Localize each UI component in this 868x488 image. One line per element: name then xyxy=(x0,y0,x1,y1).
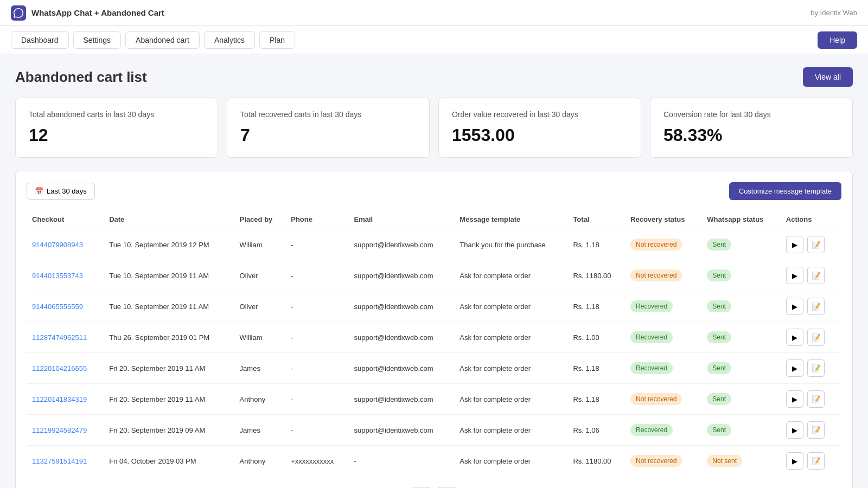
cell-date: Tue 10. September 2019 11 AM xyxy=(104,291,234,322)
whatsapp-status-badge: Sent xyxy=(707,269,731,281)
col-checkout: Checkout xyxy=(27,210,104,229)
nav-dashboard[interactable]: Dashboard xyxy=(11,31,69,49)
cell-checkout: 9144065556559 xyxy=(27,291,104,322)
cell-message-template: Ask for complete order xyxy=(454,260,567,291)
cell-date: Fri 20. September 2019 09 AM xyxy=(104,415,234,446)
cell-email: support@identixweb.com xyxy=(348,291,454,322)
cell-actions: ▶ 📝 xyxy=(781,322,841,353)
checkout-link[interactable]: 11327591514191 xyxy=(32,457,87,465)
cell-placed-by: William xyxy=(234,322,286,353)
checkout-link[interactable]: 9144079908943 xyxy=(32,241,83,249)
whatsapp-status-badge: Sent xyxy=(707,362,731,374)
cell-checkout: 11287474962511 xyxy=(27,322,104,353)
cell-message-template: Ask for complete order xyxy=(454,291,567,322)
cell-whatsapp-status: Sent xyxy=(701,353,780,384)
col-whatsapp-status: Whatsapp status xyxy=(701,210,780,229)
send-action-button[interactable]: ▶ xyxy=(786,359,803,377)
cell-phone: - xyxy=(285,291,348,322)
stat-label-abandoned: Total abandoned carts in last 30 days xyxy=(29,110,205,119)
whatsapp-status-badge: Sent xyxy=(707,331,731,343)
send-action-button[interactable]: ▶ xyxy=(786,421,803,439)
table-row: 11220141834319 Fri 20. September 2019 11… xyxy=(27,384,841,415)
stat-label-conversion: Conversion rate for last 30 days xyxy=(663,110,839,119)
whatsapp-status-badge: Sent xyxy=(707,300,731,312)
table-row: 11219924582479 Fri 20. September 2019 09… xyxy=(27,415,841,446)
topbar-by: by Identix Web xyxy=(810,9,857,17)
cell-phone: - xyxy=(285,353,348,384)
customize-template-button[interactable]: Customize message template xyxy=(729,182,841,200)
send-action-button[interactable]: ▶ xyxy=(786,236,803,253)
cell-phone: - xyxy=(285,322,348,353)
edit-action-button[interactable]: 📝 xyxy=(807,267,825,284)
send-action-button[interactable]: ▶ xyxy=(786,390,803,408)
nav-settings[interactable]: Settings xyxy=(73,31,122,49)
checkout-link[interactable]: 11287474962511 xyxy=(32,333,87,342)
help-button[interactable]: Help xyxy=(818,31,857,49)
send-action-button[interactable]: ▶ xyxy=(786,267,803,284)
calendar-icon: 📅 xyxy=(35,187,43,195)
cell-total: Rs. 1180.00 xyxy=(567,446,625,477)
checkout-link[interactable]: 11219924582479 xyxy=(32,426,87,434)
stat-value-order-value: 1553.00 xyxy=(452,125,628,145)
cell-checkout: 11220141834319 xyxy=(27,384,104,415)
cell-placed-by: James xyxy=(234,415,286,446)
checkout-link[interactable]: 9144065556559 xyxy=(32,303,83,311)
edit-action-button[interactable]: 📝 xyxy=(807,236,825,253)
stat-card-order-value: Order value recovered in last 30 days 15… xyxy=(438,98,641,158)
nav-analytics[interactable]: Analytics xyxy=(204,31,255,49)
cell-whatsapp-status: Sent xyxy=(701,384,780,415)
recovery-status-badge: Not recovered xyxy=(630,239,682,251)
edit-action-button[interactable]: 📝 xyxy=(807,359,825,377)
cell-placed-by: William xyxy=(234,229,286,260)
nav-plan[interactable]: Plan xyxy=(259,31,295,49)
cell-checkout: 9144079908943 xyxy=(27,229,104,260)
cell-recovery-status: Not recovered xyxy=(625,446,701,477)
checkout-link[interactable]: 9144013553743 xyxy=(32,272,83,280)
recovery-status-badge: Recovered xyxy=(630,362,673,374)
checkout-link[interactable]: 11220141834319 xyxy=(32,395,87,403)
cell-whatsapp-status: Sent xyxy=(701,229,780,260)
table-toolbar: 📅 Last 30 days Customize message templat… xyxy=(27,182,841,200)
cell-message-template: Ask for complete order xyxy=(454,415,567,446)
cell-whatsapp-status: Sent xyxy=(701,415,780,446)
cell-placed-by: Oliver xyxy=(234,260,286,291)
view-all-button[interactable]: View all xyxy=(803,67,853,87)
cell-date: Fri 04. October 2019 03 PM xyxy=(104,446,234,477)
nav-abandoned-cart[interactable]: Abandoned cart xyxy=(125,31,200,49)
stat-value-recovered: 7 xyxy=(240,125,416,145)
table-row: 11287474962511 Thu 26. September 2019 01… xyxy=(27,322,841,353)
checkout-link[interactable]: 11220104216655 xyxy=(32,364,87,373)
table-row: 11327591514191 Fri 04. October 2019 03 P… xyxy=(27,446,841,477)
recovery-status-badge: Not recovered xyxy=(630,393,682,405)
table-body: 9144079908943 Tue 10. September 2019 12 … xyxy=(27,229,841,477)
cell-date: Thu 26. September 2019 01 PM xyxy=(104,322,234,353)
whatsapp-status-badge: Sent xyxy=(707,424,731,436)
edit-action-button[interactable]: 📝 xyxy=(807,329,825,346)
col-placed-by: Placed by xyxy=(234,210,286,229)
cell-actions: ▶ 📝 xyxy=(781,291,841,322)
topbar: WhatsApp Chat + Abandoned Cart by Identi… xyxy=(0,0,868,26)
cell-date: Tue 10. September 2019 11 AM xyxy=(104,260,234,291)
cell-placed-by: James xyxy=(234,353,286,384)
cell-phone: +xxxxxxxxxxx xyxy=(285,446,348,477)
cell-total: Rs. 1.18 xyxy=(567,229,625,260)
recovery-status-badge: Not recovered xyxy=(630,269,682,281)
cell-whatsapp-status: Not sent xyxy=(701,446,780,477)
send-action-button[interactable]: ▶ xyxy=(786,298,803,315)
edit-action-button[interactable]: 📝 xyxy=(807,298,825,315)
whatsapp-status-badge: Not sent xyxy=(707,455,742,467)
send-action-button[interactable]: ▶ xyxy=(786,452,803,470)
cell-whatsapp-status: Sent xyxy=(701,260,780,291)
edit-action-button[interactable]: 📝 xyxy=(807,452,825,470)
cell-recovery-status: Recovered xyxy=(625,322,701,353)
edit-action-button[interactable]: 📝 xyxy=(807,390,825,408)
edit-action-button[interactable]: 📝 xyxy=(807,421,825,439)
cell-actions: ▶ 📝 xyxy=(781,353,841,384)
cell-date: Fri 20. September 2019 11 AM xyxy=(104,384,234,415)
cell-recovery-status: Not recovered xyxy=(625,260,701,291)
recovery-status-badge: Recovered xyxy=(630,300,673,312)
cell-recovery-status: Not recovered xyxy=(625,229,701,260)
send-action-button[interactable]: ▶ xyxy=(786,329,803,346)
table-row: 11220104216655 Fri 20. September 2019 11… xyxy=(27,353,841,384)
date-filter-button[interactable]: 📅 Last 30 days xyxy=(27,183,95,200)
